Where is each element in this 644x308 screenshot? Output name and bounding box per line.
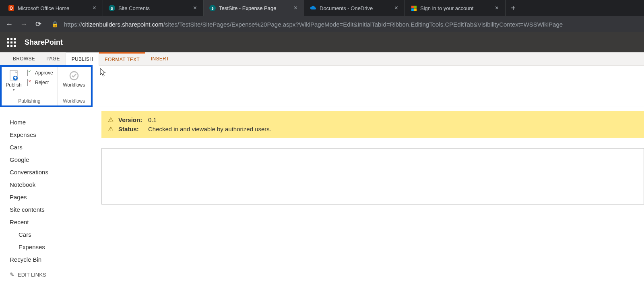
address-bar[interactable]: https://citizenbuilders.sharepoint.com/s… — [64, 21, 639, 28]
status-row-version: ⚠ Version: 0.1 — [108, 115, 638, 124]
new-tab-button[interactable]: + — [506, 0, 521, 16]
suite-title[interactable]: SharePoint — [25, 38, 63, 47]
workflows-label: Workflows — [63, 82, 85, 88]
tab-title: Documents - OneDrive — [320, 5, 390, 11]
ribbon-highlight: Publish ▾ Approve Reject Publishing — [0, 65, 93, 107]
edit-links-label: EDIT LINKS — [18, 272, 46, 278]
close-icon[interactable]: × — [293, 4, 298, 12]
browser-tab-signin[interactable]: Sign in to your account × — [405, 0, 506, 16]
nav-item-recent[interactable]: Recent — [10, 216, 97, 228]
nav-item-recycle-bin[interactable]: Recycle Bin — [10, 253, 97, 266]
page-area: Home Expenses Cars Google Conversations … — [0, 107, 644, 278]
page-editor[interactable] — [101, 148, 644, 205]
nav-item-site-contents[interactable]: Site contents — [10, 203, 97, 216]
ribbon-group-workflows: Workflows Workflows — [58, 67, 91, 105]
version-label: Version: — [118, 116, 143, 123]
publish-button[interactable]: Publish ▾ — [4, 68, 23, 92]
browser-toolbar: ← → ⟳ 🔒 https://citizenbuilders.sharepoi… — [0, 16, 644, 32]
lock-icon[interactable]: 🔒 — [52, 21, 58, 27]
back-icon[interactable]: ← — [5, 20, 14, 29]
main-content: ⚠ Version: 0.1 ⚠ Status: Checked in and … — [97, 107, 644, 278]
nav-item-expenses[interactable]: Expenses — [10, 128, 97, 141]
approve-icon — [27, 70, 33, 76]
url-host: citizenbuilders.sharepoint.com — [82, 21, 163, 28]
browser-tab-sitecontents[interactable]: s Site Contents × — [103, 0, 204, 16]
pencil-icon: ✎ — [10, 271, 14, 278]
reject-label: Reject — [35, 80, 49, 85]
url-path: /sites/TestSite/SitePages/Expense%20Page… — [163, 21, 563, 28]
onedrive-icon — [310, 5, 316, 11]
browser-tabstrip: O Microsoft Office Home × s Site Content… — [0, 0, 644, 16]
close-icon[interactable]: × — [92, 4, 97, 12]
left-nav: Home Expenses Cars Google Conversations … — [0, 107, 97, 278]
nav-item-home[interactable]: Home — [10, 116, 97, 128]
approve-button[interactable]: Approve — [26, 69, 55, 76]
office-icon: O — [8, 5, 14, 11]
warning-icon: ⚠ — [108, 125, 114, 133]
sharepoint-icon: s — [109, 5, 115, 11]
ribbon-tab-insert[interactable]: INSERT — [145, 52, 175, 65]
nav-item-cars[interactable]: Cars — [10, 141, 97, 153]
close-icon[interactable]: × — [494, 4, 500, 12]
reject-icon — [27, 80, 33, 85]
url-scheme: https:// — [64, 21, 82, 28]
chevron-down-icon: ▾ — [13, 88, 15, 92]
ribbon-tabs: BROWSE PAGE PUBLISH FORMAT TEXT INSERT — [0, 52, 644, 66]
nav-item-pages[interactable]: Pages — [10, 191, 97, 203]
browser-tab-onedrive[interactable]: Documents - OneDrive × — [304, 0, 405, 16]
sharepoint-icon: s — [209, 5, 216, 11]
ribbon-tab-publish[interactable]: PUBLISH — [66, 52, 99, 66]
nav-item-notebook[interactable]: Notebook — [10, 178, 97, 191]
edit-links-button[interactable]: ✎ EDIT LINKS — [10, 271, 97, 278]
browser-tab-office[interactable]: O Microsoft Office Home × — [2, 0, 103, 16]
nav-item-recent-cars[interactable]: Cars — [10, 228, 97, 241]
status-value: Checked in and viewable by authorized us… — [148, 126, 271, 132]
tab-title: Microsoft Office Home — [18, 5, 89, 11]
nav-item-google[interactable]: Google — [10, 153, 97, 166]
reject-button[interactable]: Reject — [26, 79, 55, 86]
status-label: Status: — [118, 126, 143, 132]
ribbon-tab-browse[interactable]: BROWSE — [7, 52, 41, 65]
reload-icon[interactable]: ⟳ — [34, 20, 43, 29]
microsoft-icon — [411, 5, 417, 11]
ribbon-tab-page[interactable]: PAGE — [41, 52, 66, 65]
workflows-icon — [68, 69, 80, 82]
publish-label: Publish — [6, 82, 21, 88]
ribbon-tab-format-text[interactable]: FORMAT TEXT — [99, 52, 145, 65]
publish-icon — [7, 69, 20, 82]
close-icon[interactable]: × — [394, 4, 399, 12]
forward-icon[interactable]: → — [19, 20, 28, 29]
ribbon-group-label: Publishing — [2, 97, 57, 105]
tab-title: Site Contents — [118, 5, 189, 11]
browser-tab-testsite[interactable]: s TestSite - Expense Page × — [204, 0, 304, 16]
app-launcher-icon[interactable] — [7, 38, 16, 47]
warning-icon: ⚠ — [108, 116, 114, 124]
close-icon[interactable]: × — [192, 4, 198, 12]
nav-item-conversations[interactable]: Conversations — [10, 166, 97, 178]
workflows-button[interactable]: Workflows — [60, 68, 88, 88]
approve-label: Approve — [35, 70, 53, 76]
suite-bar: SharePoint — [0, 32, 644, 52]
version-value: 0.1 — [148, 116, 157, 123]
status-row-status: ⚠ Status: Checked in and viewable by aut… — [108, 124, 638, 134]
tab-title: Sign in to your account — [420, 5, 491, 11]
tab-title: TestSite - Expense Page — [219, 5, 290, 11]
ribbon-body: Publish ▾ Approve Reject Publishing — [0, 66, 644, 107]
nav-item-recent-expenses[interactable]: Expenses — [10, 241, 97, 253]
page-status-bar: ⚠ Version: 0.1 ⚠ Status: Checked in and … — [101, 111, 644, 138]
ribbon-group-label: Workflows — [58, 97, 91, 105]
ribbon-group-publishing: Publish ▾ Approve Reject Publishing — [2, 67, 58, 105]
